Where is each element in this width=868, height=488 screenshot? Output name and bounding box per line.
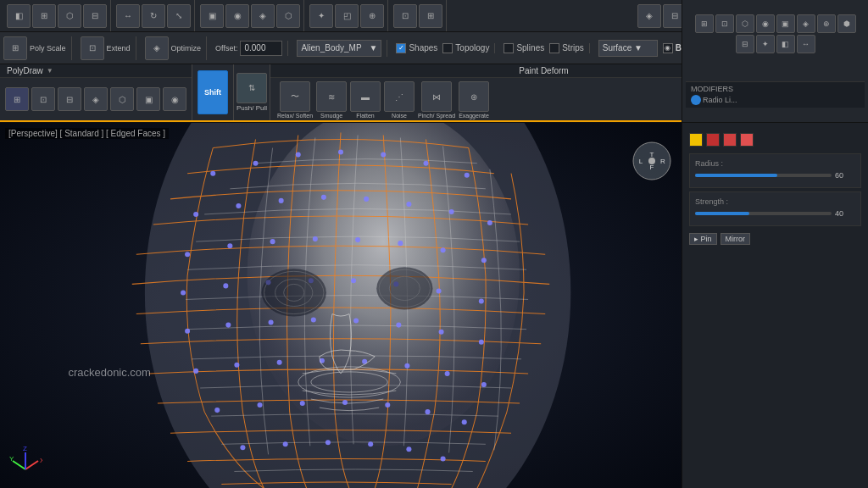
shapes-label: Shapes: [409, 43, 437, 53]
edit-2-btn[interactable]: ◰: [335, 4, 359, 28]
exaggerate-btn[interactable]: ⊛: [459, 81, 489, 112]
pinch-spread-btn[interactable]: ⋈: [421, 81, 452, 112]
pd-tool-3[interactable]: ⊟: [58, 87, 81, 111]
radius-slider[interactable]: [695, 174, 832, 177]
topology-label: Topology: [455, 43, 489, 53]
option-2-btn[interactable]: Mirror: [721, 233, 751, 245]
svg-text:R: R: [660, 158, 665, 165]
shapes-checkbox-row: ✓ Shapes: [396, 43, 437, 53]
radius-label: Radius :: [695, 159, 855, 168]
offset-input[interactable]: [240, 41, 282, 56]
option-1-btn[interactable]: ▸ Pin: [689, 233, 717, 245]
svg-point-58: [258, 402, 263, 408]
strength-slider[interactable]: [695, 212, 832, 215]
radio-list-label: Radio Li...: [703, 96, 737, 104]
select-3-btn[interactable]: ◈: [251, 4, 275, 28]
select-2-btn[interactable]: ◉: [225, 4, 249, 28]
svg-point-22: [406, 202, 411, 207]
svg-text:T: T: [650, 151, 654, 158]
pd-tool-2[interactable]: ⊡: [31, 87, 55, 111]
color-red3-swatch[interactable]: [740, 133, 754, 147]
edit-1-btn[interactable]: ✦: [309, 4, 333, 28]
polydraw-dropdown-icon[interactable]: ▼: [47, 67, 53, 75]
paint-deform-label: Paint Deform: [519, 66, 568, 75]
pd-tool-1[interactable]: ⊞: [5, 87, 29, 111]
svg-point-70: [262, 269, 326, 316]
rp-icon-7[interactable]: ⊕: [817, 14, 836, 33]
color-yellow-swatch[interactable]: [689, 133, 703, 147]
svg-point-28: [313, 236, 318, 241]
splines-label: Splines: [516, 43, 544, 53]
topology-checkbox[interactable]: [442, 43, 453, 53]
svg-point-45: [353, 319, 359, 324]
scale-btn[interactable]: ⤡: [167, 4, 191, 28]
svg-point-21: [364, 197, 369, 202]
extra-1-btn[interactable]: ◈: [637, 4, 661, 28]
svg-text:X: X: [40, 457, 42, 464]
splines-checkbox[interactable]: [504, 43, 514, 53]
optimize-icon[interactable]: ◈: [145, 36, 169, 60]
pd-tool-7[interactable]: ◉: [163, 87, 186, 111]
svg-point-34: [223, 283, 228, 288]
svg-point-46: [396, 323, 401, 328]
rp-icon-4[interactable]: ◉: [756, 14, 775, 33]
svg-point-48: [479, 340, 484, 345]
compass-svg: T F L R: [631, 140, 673, 182]
pushpull-icon[interactable]: ⇅: [236, 73, 267, 103]
color-red1-swatch[interactable]: [706, 133, 720, 147]
exaggerate-label: Exaggerate: [459, 113, 489, 119]
flatten-btn[interactable]: ▬: [350, 81, 381, 112]
rp-icon-9[interactable]: ⊟: [736, 35, 754, 53]
svg-point-41: [185, 329, 190, 334]
color-red2-swatch[interactable]: [723, 133, 737, 147]
shapes-checkbox[interactable]: ✓: [396, 43, 406, 53]
shift-btn[interactable]: Shift: [198, 70, 228, 114]
svg-line-78: [25, 461, 38, 469]
navigation-compass[interactable]: T F L R: [631, 140, 673, 182]
noise-btn[interactable]: ⋰: [384, 81, 415, 112]
splines-checkbox-row: Splines: [504, 43, 544, 53]
surface-dropdown[interactable]: Surface ▼: [598, 40, 658, 57]
svg-point-24: [487, 220, 492, 225]
extend-icon[interactable]: ⊡: [81, 36, 104, 60]
mesh-selector[interactable]: Alien_Body_MP ▼: [297, 40, 381, 57]
select-4-btn[interactable]: ⬡: [276, 4, 300, 28]
polyscale-icon[interactable]: ⊞: [3, 36, 27, 60]
svg-point-15: [423, 161, 428, 166]
svg-point-12: [296, 152, 301, 158]
snap-btn[interactable]: ⊕: [360, 4, 384, 28]
svg-text:L: L: [639, 158, 643, 165]
select-1-btn[interactable]: ▣: [200, 4, 224, 28]
relax-soften-btn[interactable]: 〜: [280, 81, 310, 112]
modifier-radio-btn[interactable]: [691, 95, 701, 105]
rp-icon-12[interactable]: ↔: [797, 35, 815, 53]
rp-icon-5[interactable]: ▣: [776, 14, 795, 33]
svg-point-71: [376, 267, 432, 309]
pd-tool-6[interactable]: ▣: [136, 87, 160, 111]
pd-tool-5[interactable]: ⬡: [110, 87, 134, 111]
rp-icon-3[interactable]: ⬡: [736, 14, 754, 33]
svg-point-49: [193, 369, 198, 374]
tool-3-btn[interactable]: ⬡: [58, 4, 81, 28]
view-2-btn[interactable]: ⊞: [419, 4, 442, 28]
move-btn[interactable]: ↔: [116, 4, 140, 28]
rp-icon-1[interactable]: ⊞: [695, 14, 714, 33]
rp-icon-6[interactable]: ◈: [797, 14, 815, 33]
rp-icon-10[interactable]: ✦: [756, 35, 775, 53]
strips-checkbox[interactable]: [549, 43, 559, 53]
tool-2-btn[interactable]: ⊞: [32, 4, 56, 28]
tool-4-btn[interactable]: ⊟: [83, 4, 107, 28]
rp-icon-8[interactable]: ⬢: [837, 14, 856, 33]
rp-icon-2[interactable]: ⊡: [715, 14, 734, 33]
rotate-btn[interactable]: ↻: [142, 4, 165, 28]
tool-1-btn[interactable]: ◧: [7, 4, 31, 28]
pd-tool-4[interactable]: ◈: [84, 87, 108, 111]
smudge-btn[interactable]: ≋: [316, 81, 347, 112]
rp-icon-11[interactable]: ◧: [776, 35, 795, 53]
relax-soften-label: Relax/ Soften: [277, 113, 313, 119]
strength-row: 40: [695, 209, 855, 218]
svg-point-47: [439, 330, 444, 335]
view-1-btn[interactable]: ⊡: [393, 4, 417, 28]
branches-checkbox[interactable]: ◉: [663, 43, 673, 53]
strength-panel: Strength : 40: [689, 191, 861, 226]
